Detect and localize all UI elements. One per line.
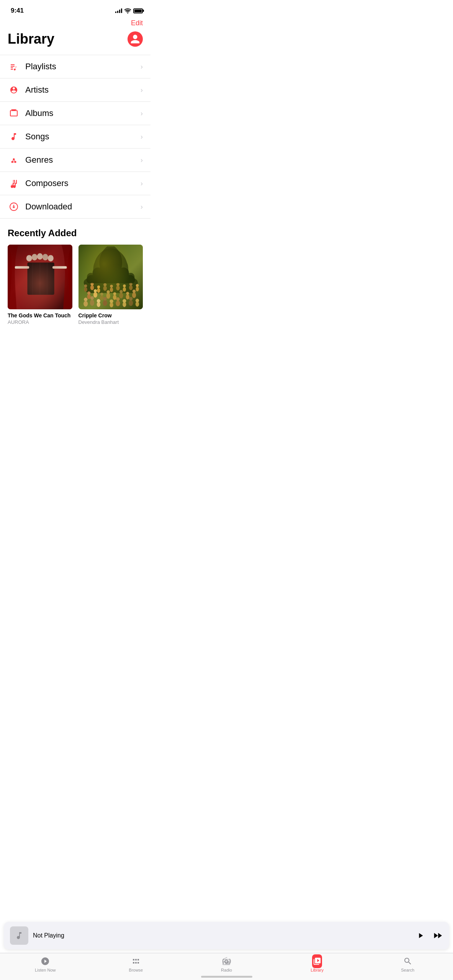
menu-item-songs[interactable]: Songs › bbox=[0, 125, 150, 148]
svg-point-64 bbox=[110, 285, 113, 287]
album-item-aurora[interactable]: The Gods We Can Touch AURORA bbox=[8, 245, 72, 325]
album-art-cripple bbox=[78, 245, 143, 309]
svg-point-36 bbox=[129, 297, 132, 301]
svg-point-55 bbox=[84, 287, 87, 292]
svg-point-9 bbox=[26, 255, 32, 261]
downloaded-chevron: › bbox=[141, 203, 143, 211]
songs-chevron: › bbox=[141, 133, 143, 141]
menu-item-downloaded[interactable]: Downloaded › bbox=[0, 195, 150, 219]
svg-point-42 bbox=[93, 289, 96, 292]
svg-point-45 bbox=[106, 293, 110, 299]
person-icon bbox=[130, 34, 141, 44]
genres-chevron: › bbox=[141, 156, 143, 164]
svg-point-12 bbox=[43, 254, 48, 260]
svg-point-46 bbox=[106, 290, 110, 293]
menu-item-albums[interactable]: Albums › bbox=[0, 101, 150, 125]
playlist-icon bbox=[8, 60, 20, 73]
svg-point-41 bbox=[93, 292, 97, 298]
svg-point-23 bbox=[90, 299, 94, 306]
svg-point-56 bbox=[84, 284, 87, 287]
svg-point-72 bbox=[136, 284, 138, 287]
status-bar: 9:41 bbox=[0, 0, 150, 19]
albums-grid: The Gods We Can Touch AURORA bbox=[0, 245, 150, 325]
svg-point-57 bbox=[90, 285, 93, 290]
status-icons bbox=[115, 8, 143, 13]
svg-point-60 bbox=[97, 286, 100, 288]
svg-point-61 bbox=[103, 286, 106, 291]
wifi-icon bbox=[124, 8, 131, 13]
menu-item-artists[interactable]: Artists › bbox=[0, 78, 150, 101]
svg-point-67 bbox=[123, 287, 126, 292]
recently-added-title: Recently Added bbox=[0, 219, 150, 245]
svg-point-29 bbox=[110, 302, 113, 307]
svg-point-25 bbox=[96, 302, 100, 307]
downloaded-icon bbox=[8, 201, 20, 213]
menu-list: Playlists › Artists › Alb bbox=[0, 55, 150, 219]
svg-rect-14 bbox=[27, 263, 54, 295]
svg-point-44 bbox=[100, 292, 103, 295]
songs-icon bbox=[8, 131, 20, 143]
albums-icon bbox=[8, 107, 20, 119]
svg-point-40 bbox=[87, 291, 90, 294]
svg-point-34 bbox=[123, 299, 126, 302]
menu-item-composers[interactable]: Composers › bbox=[0, 172, 150, 195]
svg-rect-8 bbox=[8, 245, 72, 309]
albums-label: Albums bbox=[25, 108, 141, 118]
header: Edit bbox=[0, 19, 150, 31]
svg-point-47 bbox=[113, 295, 116, 300]
svg-rect-0 bbox=[12, 110, 16, 111]
svg-point-24 bbox=[90, 296, 93, 300]
svg-rect-16 bbox=[52, 266, 67, 269]
svg-point-39 bbox=[87, 294, 90, 299]
svg-point-43 bbox=[100, 295, 103, 300]
svg-point-27 bbox=[103, 300, 107, 306]
svg-point-26 bbox=[96, 299, 100, 302]
albums-chevron: › bbox=[141, 109, 143, 118]
svg-point-66 bbox=[116, 283, 119, 286]
svg-point-35 bbox=[129, 300, 133, 306]
genres-icon bbox=[8, 154, 20, 166]
svg-point-49 bbox=[119, 292, 123, 298]
album-art-aurora bbox=[8, 245, 72, 309]
title-row: Library bbox=[0, 31, 150, 55]
signal-icon bbox=[115, 8, 122, 13]
svg-point-62 bbox=[103, 283, 106, 286]
downloaded-label: Downloaded bbox=[25, 202, 141, 212]
album-artist-aurora: AURORA bbox=[8, 319, 72, 325]
svg-point-58 bbox=[90, 283, 93, 286]
svg-point-59 bbox=[97, 288, 100, 293]
svg-rect-1 bbox=[11, 109, 16, 110]
album-item-cripple[interactable]: Cripple Crow Devendra Banhart bbox=[78, 245, 143, 325]
composers-label: Composers bbox=[25, 178, 141, 188]
svg-point-28 bbox=[103, 297, 106, 301]
svg-point-52 bbox=[126, 292, 129, 295]
status-time: 9:41 bbox=[11, 7, 24, 15]
artists-icon bbox=[8, 84, 20, 96]
svg-point-53 bbox=[132, 292, 136, 298]
svg-point-22 bbox=[84, 298, 87, 301]
svg-point-65 bbox=[116, 286, 119, 291]
svg-point-13 bbox=[48, 255, 54, 261]
svg-point-48 bbox=[113, 292, 116, 295]
svg-point-68 bbox=[123, 284, 126, 287]
album-title-cripple: Cripple Crow bbox=[78, 312, 143, 318]
svg-point-71 bbox=[136, 287, 139, 291]
composers-icon bbox=[8, 177, 20, 189]
menu-item-genres[interactable]: Genres › bbox=[0, 148, 150, 172]
composers-chevron: › bbox=[141, 180, 143, 188]
battery-icon bbox=[133, 8, 143, 13]
svg-point-33 bbox=[123, 302, 126, 307]
svg-rect-15 bbox=[15, 266, 29, 269]
genres-label: Genres bbox=[25, 155, 141, 165]
svg-point-11 bbox=[37, 253, 43, 260]
svg-point-38 bbox=[135, 299, 139, 302]
svg-point-50 bbox=[119, 290, 123, 293]
artists-chevron: › bbox=[141, 86, 143, 94]
svg-point-21 bbox=[83, 301, 88, 307]
menu-item-playlists[interactable]: Playlists › bbox=[0, 55, 150, 78]
edit-button[interactable]: Edit bbox=[131, 19, 143, 27]
svg-point-32 bbox=[116, 297, 119, 301]
account-avatar[interactable] bbox=[128, 31, 143, 47]
songs-label: Songs bbox=[25, 132, 141, 142]
artists-label: Artists bbox=[25, 85, 141, 95]
